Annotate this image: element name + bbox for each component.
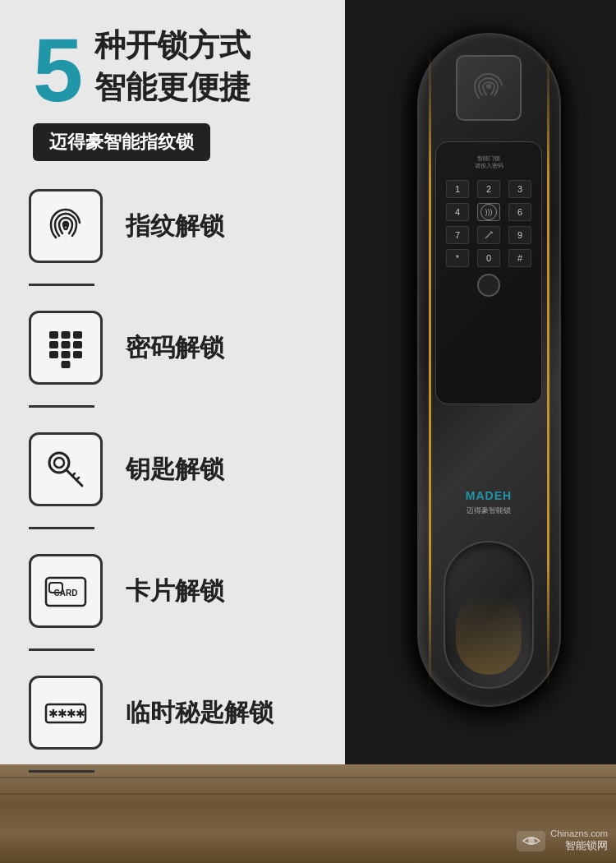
header-text-block: 种开锁方式 智能更便捷 (94, 25, 251, 108)
lock-key-6: 6 (508, 203, 531, 221)
lock-brand-area: MADEH 迈得豪智能锁 (435, 487, 542, 516)
fingerprint-icon (41, 201, 90, 251)
lock-key-5: ))) (477, 203, 500, 221)
watermark: Chinazns.com 智能锁网 (517, 828, 608, 853)
card-icon: CARD (41, 566, 90, 616)
header-area: 5 种开锁方式 智能更便捷 迈得豪智能指纹锁 (33, 25, 251, 161)
features-list: 指纹解锁 (29, 189, 274, 797)
svg-point-12 (54, 458, 64, 468)
lock-key-8 (477, 226, 500, 244)
lock-key-9: 9 (508, 226, 531, 244)
svg-rect-9 (73, 351, 82, 358)
feature-item-temp: ✱ ✱ ✱ ✱ 临时秘匙解锁 (29, 676, 274, 750)
svg-line-26 (485, 232, 492, 238)
feature-item-password: 密码解锁 (29, 311, 274, 385)
lock-key-1: 1 (446, 180, 469, 198)
svg-rect-8 (62, 351, 71, 358)
card-icon-box: CARD (29, 554, 103, 628)
password-label: 密码解锁 (126, 331, 224, 365)
lock-panel-title: 智能门锁请按入密码 (475, 155, 503, 169)
svg-rect-5 (62, 341, 71, 348)
stars-icon: ✱ ✱ ✱ ✱ (41, 688, 90, 737)
temp-label: 临时秘匙解锁 (126, 696, 274, 730)
watermark-text: Chinazns.com 智能锁网 (550, 828, 608, 853)
svg-text:✱: ✱ (76, 707, 85, 720)
svg-line-14 (72, 473, 75, 476)
lock-key-7: 7 (446, 226, 469, 244)
svg-text:CARD: CARD (54, 588, 78, 598)
lock-outer: 智能门锁请按入密码 1 2 3 4 ))) (417, 33, 561, 707)
lock-brand-name: MADEH (435, 487, 542, 504)
svg-rect-4 (49, 341, 58, 348)
key-label: 钥匙解锁 (126, 453, 224, 487)
svg-point-27 (528, 838, 535, 844)
svg-line-13 (67, 470, 82, 486)
key-divider (29, 527, 94, 529)
page-wrapper: 5 种开锁方式 智能更便捷 迈得豪智能指纹锁 (0, 0, 616, 863)
lock-key-2: 2 (477, 180, 500, 198)
svg-rect-1 (49, 331, 58, 339)
key-icon-box (29, 432, 103, 506)
header-line1: 种开锁方式 (94, 25, 251, 67)
lock-key-3: 3 (508, 180, 531, 198)
feature-item-card: CARD 卡片解锁 (29, 554, 274, 628)
lock-home-button (477, 274, 500, 297)
big-number: 5 (33, 25, 83, 115)
svg-rect-10 (62, 361, 71, 368)
brand-badge: 迈得豪智能指纹锁 (33, 123, 210, 161)
feature-item-fingerprint: 指纹解锁 (29, 189, 274, 263)
svg-rect-2 (62, 331, 71, 339)
watermark-url: Chinazns.com (550, 828, 608, 838)
temp-divider (29, 770, 94, 773)
card-divider (29, 648, 94, 651)
fingerprint-divider (29, 284, 94, 286)
lock-keypad: 1 2 3 4 ))) 6 7 (444, 180, 533, 267)
key-icon (41, 445, 90, 494)
lock-key-star: * (446, 249, 469, 267)
brand-accent: H (503, 489, 512, 502)
password-icon-box (29, 311, 103, 385)
lock-body: 智能门锁请按入密码 1 2 3 4 ))) (411, 33, 567, 740)
lock-fingerprint-sensor (456, 55, 522, 121)
keypad-icon (41, 323, 90, 372)
svg-rect-7 (49, 351, 58, 358)
lock-key-hash: # (508, 249, 531, 267)
svg-point-25 (486, 84, 491, 89)
header-line2: 智能更便捷 (94, 67, 251, 108)
watermark-icon (517, 831, 545, 851)
feature-item-key: 钥匙解锁 (29, 432, 274, 506)
svg-point-0 (63, 222, 68, 227)
lock-handle (444, 541, 534, 689)
watermark-label: 智能锁网 (550, 838, 608, 853)
temp-icon-box: ✱ ✱ ✱ ✱ (29, 676, 103, 750)
svg-rect-3 (73, 331, 82, 339)
lock-panel: 智能门锁请按入密码 1 2 3 4 ))) (435, 141, 542, 404)
fingerprint-label: 指纹解锁 (126, 210, 224, 243)
lock-key-0: 0 (477, 249, 500, 267)
svg-rect-6 (73, 341, 82, 348)
lock-key-4: 4 (446, 203, 469, 221)
svg-line-15 (76, 478, 79, 480)
brand-main: MADE (466, 489, 503, 502)
fingerprint-icon-box (29, 189, 103, 263)
password-divider (29, 405, 94, 408)
lock-brand-sub: 迈得豪智能锁 (435, 505, 542, 516)
card-label: 卡片解锁 (126, 575, 224, 608)
